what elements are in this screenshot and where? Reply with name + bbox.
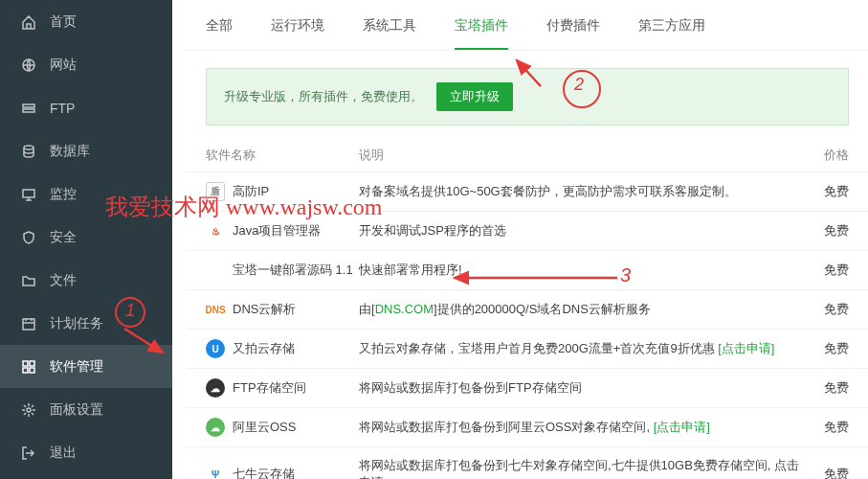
svg-rect-4 [23, 190, 34, 197]
app-icon: 盾 [206, 182, 225, 201]
desc-link[interactable]: [点击申请] [654, 420, 710, 434]
app-icon: ♨ [206, 221, 225, 240]
sidebar-item-monitor[interactable]: 监控 [0, 172, 172, 216]
software-table: 软件名称 说明 价格 盾高防IP对备案域名提供10G~50G套餐防护，更高防护需… [187, 139, 868, 479]
tab[interactable]: 宝塔插件 [455, 17, 508, 50]
app-name[interactable]: 七牛云存储 [233, 466, 295, 479]
app-desc: 将网站或数据库打包备份到阿里云OSS对象存储空间, [点击申请] [359, 419, 801, 436]
svg-rect-7 [30, 361, 34, 366]
sidebar-item-label: 首页 [50, 13, 77, 31]
app-price: 免费 [801, 419, 849, 436]
app-icon: Ψ [206, 465, 225, 479]
app-name[interactable]: 阿里云OSS [233, 419, 296, 436]
tab[interactable]: 付费插件 [546, 17, 600, 50]
app-price: 免费 [801, 379, 849, 397]
header-name: 软件名称 [206, 147, 359, 164]
svg-rect-1 [23, 104, 34, 107]
app-name[interactable]: 高防IP [233, 183, 269, 200]
app-desc: 将网站或数据库打包备份到七牛对象存储空间,七牛提供10GB免费存储空间, 点击申… [359, 457, 801, 479]
sidebar-item-label: 计划任务 [50, 315, 103, 332]
app-name[interactable]: DNS云解析 [233, 301, 296, 318]
app-name[interactable]: 又拍云存储 [233, 340, 295, 357]
app-name[interactable]: Java项目管理器 [233, 222, 321, 240]
sidebar-item-home[interactable]: 首页 [0, 0, 172, 43]
app-icon: U [206, 339, 225, 358]
sidebar-item-calendar[interactable]: 计划任务 [0, 302, 172, 345]
tab[interactable]: 运行环境 [271, 17, 324, 50]
sidebar-item-label: 退出 [50, 445, 77, 462]
app-icon: DNS [206, 300, 225, 319]
app-desc: 又拍云对象存储，宝塔用户首月免费200G流量+首次充值9折优惠 [点击申请] [359, 340, 801, 357]
app-price: 免费 [801, 340, 849, 357]
tab[interactable]: 系统工具 [363, 17, 416, 50]
sidebar-item-grid[interactable]: 软件管理 [0, 345, 172, 388]
svg-rect-2 [23, 109, 34, 112]
svg-rect-9 [30, 368, 34, 373]
banner-text: 升级专业版，所有插件，免费使用。 [224, 88, 423, 105]
ftp-icon [19, 101, 38, 116]
app-desc: 将网站或数据库打包备份到FTP存储空间 [359, 379, 801, 397]
app-price: 免费 [801, 466, 849, 479]
app-price: 免费 [801, 183, 849, 200]
upgrade-banner: 升级专业版，所有插件，免费使用。 立即升级 [206, 68, 849, 125]
table-row: ☁阿里云OSS将网站或数据库打包备份到阿里云OSS对象存储空间, [点击申请]免… [187, 408, 868, 447]
svg-rect-5 [23, 319, 34, 330]
grid-icon [19, 359, 38, 375]
app-price: 免费 [801, 222, 849, 240]
table-header: 软件名称 说明 价格 [187, 139, 868, 172]
table-row: 盾高防IP对备案域名提供10G~50G套餐防护，更高防护需求可联系客服定制。免费 [187, 172, 868, 212]
sidebar-item-globe[interactable]: 网站 [0, 43, 172, 86]
shield-icon [19, 230, 38, 245]
app-desc: 对备案域名提供10G~50G套餐防护，更高防护需求可联系客服定制。 [359, 183, 801, 200]
settings-icon [19, 402, 38, 418]
table-row: U又拍云存储又拍云对象存储，宝塔用户首月免费200G流量+首次充值9折优惠 [点… [187, 330, 868, 369]
svg-rect-8 [23, 368, 28, 373]
table-row: DNSDNS云解析由[DNS.COM]提供的200000Q/S域名DNS云解析服… [187, 290, 868, 330]
logout-icon [19, 445, 38, 461]
app-price: 免费 [801, 262, 849, 279]
desc-link[interactable]: [点击申请] [718, 341, 774, 355]
header-price: 价格 [801, 147, 849, 164]
sidebar-item-label: 监控 [50, 186, 77, 203]
sidebar: 首页网站FTP数据库监控安全文件计划任务软件管理面板设置退出 [0, 0, 172, 479]
app-desc: 由[DNS.COM]提供的200000Q/S域名DNS云解析服务 [359, 301, 801, 318]
svg-rect-6 [23, 361, 28, 366]
app-icon: ☁ [206, 378, 225, 398]
home-icon [19, 14, 38, 30]
tab-bar: 全部运行环境系统工具宝塔插件付费插件第三方应用 [187, 0, 868, 51]
table-row: 宝塔一键部署源码 1.1快速部署常用程序!免费 [187, 251, 868, 290]
table-row: Ψ七牛云存储将网站或数据库打包备份到七牛对象存储空间,七牛提供10GB免费存储空… [187, 447, 868, 479]
main-content: 全部运行环境系统工具宝塔插件付费插件第三方应用 升级专业版，所有插件，免费使用。… [187, 0, 868, 479]
sidebar-item-label: 安全 [50, 229, 77, 246]
sidebar-item-label: 面板设置 [50, 401, 103, 419]
sidebar-item-logout[interactable]: 退出 [0, 431, 172, 474]
header-desc: 说明 [359, 147, 801, 164]
sidebar-item-label: 文件 [50, 272, 77, 289]
app-desc: 快速部署常用程序! [359, 262, 801, 279]
upgrade-button[interactable]: 立即升级 [436, 82, 513, 111]
table-row: ☁FTP存储空间将网站或数据库打包备份到FTP存储空间免费 [187, 369, 868, 408]
app-desc: 开发和调试JSP程序的首选 [359, 222, 801, 240]
sidebar-item-shield[interactable]: 安全 [0, 216, 172, 259]
tab[interactable]: 全部 [206, 17, 233, 50]
sidebar-item-database[interactable]: 数据库 [0, 129, 172, 172]
database-icon [19, 144, 38, 159]
sidebar-item-settings[interactable]: 面板设置 [0, 388, 172, 431]
sidebar-item-label: 网站 [50, 57, 77, 74]
desc-link[interactable]: DNS.COM [375, 302, 434, 316]
sidebar-item-label: FTP [50, 101, 75, 116]
svg-point-10 [27, 408, 31, 412]
monitor-icon [19, 187, 38, 202]
folder-icon [19, 273, 38, 288]
tab[interactable]: 第三方应用 [638, 17, 705, 50]
svg-point-3 [24, 146, 33, 149]
table-row: ♨Java项目管理器开发和调试JSP程序的首选免费 [187, 212, 868, 251]
sidebar-item-ftp[interactable]: FTP [0, 86, 172, 129]
app-name[interactable]: FTP存储空间 [233, 379, 306, 397]
sidebar-item-label: 数据库 [50, 143, 90, 160]
sidebar-item-label: 软件管理 [50, 358, 103, 376]
globe-icon [19, 57, 38, 73]
app-icon: ☁ [206, 418, 225, 437]
sidebar-item-folder[interactable]: 文件 [0, 259, 172, 302]
app-name[interactable]: 宝塔一键部署源码 1.1 [233, 262, 353, 279]
